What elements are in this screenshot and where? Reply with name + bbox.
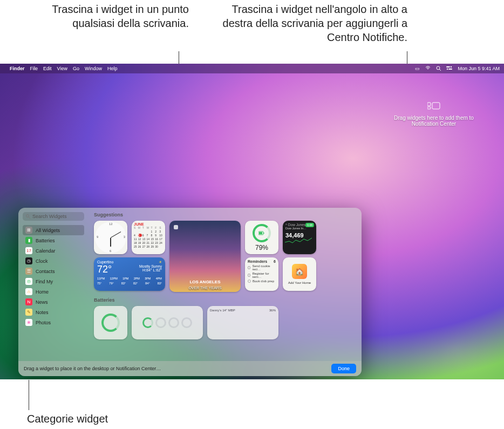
home-tip-label: Add Your Home (288, 281, 311, 284)
photos-icon: ❀ (25, 319, 32, 326)
sidebar-item-calendar[interactable]: 17Calendar (23, 246, 84, 256)
sidebar-item-label: Batteries (36, 238, 55, 243)
callout-bottom: Categorie widget (27, 412, 108, 426)
battery-ring-icon (101, 314, 120, 332)
svg-line-10 (29, 217, 30, 219)
svg-point-3 (451, 66, 452, 67)
widget-weather[interactable]: Cupertino 72° ☀ Mostly Sunny H:84° L:62°… (94, 257, 165, 291)
batteries-icon: ▮ (25, 237, 32, 244)
clock-face-icon: 12 3 6 9 (95, 222, 126, 253)
battery-ring-icon (253, 224, 271, 242)
stocks-change-badge: 0.08 (305, 223, 314, 227)
battery-ring-empty-icon (168, 317, 179, 328)
weather-temp: 72° (97, 264, 113, 275)
sidebar-item-batteries[interactable]: ▮Batteries (23, 235, 84, 246)
sidebar-item-label: Photos (36, 320, 51, 325)
photos-subtitle: OVER THE YEARS (169, 286, 241, 290)
sidebar-item-news[interactable]: NNews (23, 297, 84, 307)
menu-help[interactable]: Help (107, 66, 118, 71)
svg-rect-2 (446, 66, 450, 67)
callout-left: Trascina i widget in un punto qualsiasi … (32, 2, 189, 30)
sidebar-item-notes[interactable]: ✎Notes (23, 307, 84, 317)
photos-app-icon (174, 225, 178, 229)
menubar-clock[interactable]: Mon Jun 5 9:41 AM (458, 66, 500, 71)
widgets-dropzone-icon (380, 101, 488, 112)
widget-battery-medium[interactable] (132, 306, 203, 339)
sidebar-item-home[interactable]: ⌂Home (23, 287, 84, 297)
widget-reminders[interactable]: Reminders 6 Send cookie reci…Register fo… (245, 257, 278, 291)
widget-clock[interactable]: 12 3 6 9 (94, 221, 127, 254)
reminder-item: Send cookie reci… (248, 264, 276, 271)
widget-battery-small[interactable] (94, 306, 127, 339)
notification-center-dropzone[interactable]: Drag widgets here to add them to Notific… (380, 101, 488, 127)
svg-rect-7 (427, 107, 431, 109)
reminder-circle-icon (248, 266, 250, 269)
news-icon: N (25, 298, 32, 305)
home-icon: 🏠 (292, 264, 307, 279)
battery-device-pct: 36% (269, 309, 276, 312)
all-widgets-icon: ⊞ (25, 227, 32, 234)
widget-content: Suggestions 12 3 6 9 (88, 208, 362, 361)
sidebar-item-label: Clock (36, 258, 48, 264)
desktop: Finder File Edit View Go Window Help ▭ M… (0, 64, 504, 379)
sidebar-item-contacts[interactable]: ☰Contacts (23, 266, 84, 276)
section-batteries-title: Batteries (94, 297, 356, 303)
svg-rect-8 (432, 103, 440, 109)
find-my-icon: ◎ (25, 278, 32, 285)
sidebar-item-all-widgets[interactable]: ⊞All Widgets (23, 225, 84, 235)
wifi-icon[interactable] (425, 66, 431, 71)
widget-home-tip[interactable]: 🏠 Add Your Home (283, 257, 316, 291)
control-center-icon[interactable] (446, 66, 452, 71)
widget-calendar[interactable]: JUNE SMTWTFS1234567891011121314151617181… (132, 221, 165, 254)
widget-battery[interactable]: 79% (245, 221, 278, 254)
search-input[interactable]: Search Widgets (23, 212, 84, 221)
search-icon (26, 214, 30, 219)
menu-view[interactable]: View (57, 66, 67, 71)
gallery-footer: Drag a widget to place it on the desktop… (18, 361, 362, 376)
reminders-title: Reminders (248, 260, 267, 263)
stocks-sparkline-icon (285, 237, 312, 244)
contacts-icon: ☰ (25, 268, 32, 275)
svg-rect-12 (263, 233, 264, 234)
calendar-month: JUNE (134, 222, 163, 226)
spotlight-icon[interactable] (436, 66, 441, 72)
menubar: Finder File Edit View Go Window Help ▭ M… (0, 64, 504, 73)
done-button[interactable]: Done (331, 364, 356, 373)
weather-hilo: H:84° L:62° (139, 268, 162, 272)
widget-gallery-panel: Search Widgets ⊞All Widgets▮Batteries17C… (18, 208, 362, 376)
reminder-item: Book club prep (248, 280, 276, 283)
sidebar-item-find-my[interactable]: ◎Find My (23, 276, 84, 287)
section-suggestions-title: Suggestions (94, 212, 356, 217)
widget-photos[interactable]: LOS ANGELES OVER THE YEARS (169, 221, 241, 292)
weather-sun-icon: ☀ (159, 260, 162, 264)
calendar-icon: 17 (25, 247, 32, 254)
menu-go[interactable]: Go (73, 66, 79, 71)
svg-point-9 (26, 215, 29, 217)
sidebar-item-clock[interactable]: ◷Clock (23, 256, 84, 266)
battery-device-name: Danny's 14" MBP (210, 309, 235, 312)
sidebar-item-label: Notes (36, 310, 49, 315)
callout-right: Trascina i widget nell'angolo in alto a … (213, 2, 407, 44)
widget-battery-device[interactable]: Danny's 14" MBP 36% (207, 306, 278, 339)
menu-window[interactable]: Window (85, 66, 102, 71)
home-icon: ⌂ (25, 288, 32, 295)
weather-hourly: 11PM12PM1PM2PM3PM4PM (97, 277, 162, 280)
widget-sidebar: Search Widgets ⊞All Widgets▮Batteries17C… (18, 208, 88, 361)
battery-status-icon[interactable]: ▭ (415, 66, 420, 71)
sidebar-item-photos[interactable]: ❀Photos (23, 317, 84, 328)
menu-edit[interactable]: Edit (43, 66, 52, 71)
sidebar-item-label: Find My (36, 279, 53, 284)
weather-city: Cupertino (97, 260, 113, 264)
widget-stocks[interactable]: ^ Dow Jones Dow Jones In... 0.08 34,469 (283, 221, 316, 254)
notes-icon: ✎ (25, 309, 32, 316)
footer-hint: Drag a widget to place it on the desktop… (24, 366, 161, 371)
calendar-grid: SMTWTFS123456789101112131415161718192021… (134, 226, 163, 248)
svg-rect-13 (259, 232, 262, 234)
reminders-count: 6 (274, 260, 276, 263)
battery-ring-empty-icon (181, 317, 192, 328)
menu-file[interactable]: File (30, 66, 38, 71)
sidebar-item-label: Home (36, 289, 49, 295)
svg-rect-5 (448, 69, 452, 70)
callout-line-bottom (29, 380, 29, 410)
menu-finder[interactable]: Finder (10, 66, 25, 71)
